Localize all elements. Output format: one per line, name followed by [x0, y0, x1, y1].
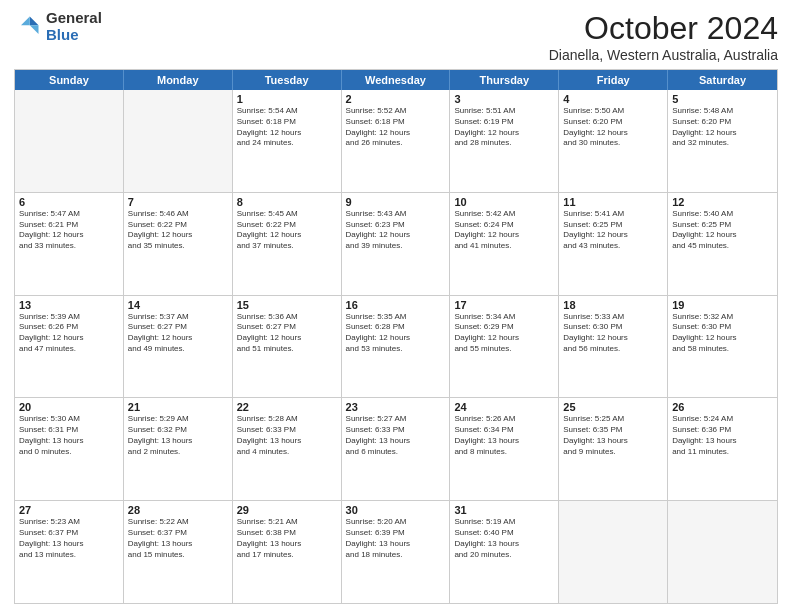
day-number: 2 — [346, 93, 446, 105]
svg-marker-1 — [30, 25, 39, 34]
day-number: 16 — [346, 299, 446, 311]
calendar-cell-3-5: 25Sunrise: 5:25 AM Sunset: 6:35 PM Dayli… — [559, 398, 668, 500]
day-number: 29 — [237, 504, 337, 516]
day-number: 19 — [672, 299, 773, 311]
day-number: 30 — [346, 504, 446, 516]
page: General Blue October 2024 Dianella, West… — [0, 0, 792, 612]
cell-info: Sunrise: 5:32 AM Sunset: 6:30 PM Dayligh… — [672, 312, 773, 355]
weekday-header-monday: Monday — [124, 70, 233, 90]
day-number: 15 — [237, 299, 337, 311]
calendar-row-1: 6Sunrise: 5:47 AM Sunset: 6:21 PM Daylig… — [15, 193, 777, 296]
day-number: 17 — [454, 299, 554, 311]
day-number: 28 — [128, 504, 228, 516]
cell-info: Sunrise: 5:39 AM Sunset: 6:26 PM Dayligh… — [19, 312, 119, 355]
svg-marker-0 — [30, 16, 39, 25]
calendar-cell-1-1: 7Sunrise: 5:46 AM Sunset: 6:22 PM Daylig… — [124, 193, 233, 295]
cell-info: Sunrise: 5:47 AM Sunset: 6:21 PM Dayligh… — [19, 209, 119, 252]
calendar-cell-4-0: 27Sunrise: 5:23 AM Sunset: 6:37 PM Dayli… — [15, 501, 124, 603]
cell-info: Sunrise: 5:19 AM Sunset: 6:40 PM Dayligh… — [454, 517, 554, 560]
day-number: 22 — [237, 401, 337, 413]
cell-info: Sunrise: 5:36 AM Sunset: 6:27 PM Dayligh… — [237, 312, 337, 355]
calendar-cell-2-1: 14Sunrise: 5:37 AM Sunset: 6:27 PM Dayli… — [124, 296, 233, 398]
month-title: October 2024 — [549, 10, 778, 47]
weekday-header-saturday: Saturday — [668, 70, 777, 90]
day-number: 14 — [128, 299, 228, 311]
cell-info: Sunrise: 5:41 AM Sunset: 6:25 PM Dayligh… — [563, 209, 663, 252]
calendar-cell-1-0: 6Sunrise: 5:47 AM Sunset: 6:21 PM Daylig… — [15, 193, 124, 295]
day-number: 9 — [346, 196, 446, 208]
title-block: October 2024 Dianella, Western Australia… — [549, 10, 778, 63]
calendar-cell-3-4: 24Sunrise: 5:26 AM Sunset: 6:34 PM Dayli… — [450, 398, 559, 500]
weekday-header-thursday: Thursday — [450, 70, 559, 90]
day-number: 26 — [672, 401, 773, 413]
day-number: 13 — [19, 299, 119, 311]
calendar-cell-4-1: 28Sunrise: 5:22 AM Sunset: 6:37 PM Dayli… — [124, 501, 233, 603]
calendar-header: SundayMondayTuesdayWednesdayThursdayFrid… — [15, 70, 777, 90]
calendar-cell-1-3: 9Sunrise: 5:43 AM Sunset: 6:23 PM Daylig… — [342, 193, 451, 295]
cell-info: Sunrise: 5:46 AM Sunset: 6:22 PM Dayligh… — [128, 209, 228, 252]
calendar-cell-2-4: 17Sunrise: 5:34 AM Sunset: 6:29 PM Dayli… — [450, 296, 559, 398]
day-number: 18 — [563, 299, 663, 311]
calendar-row-2: 13Sunrise: 5:39 AM Sunset: 6:26 PM Dayli… — [15, 296, 777, 399]
calendar-cell-2-5: 18Sunrise: 5:33 AM Sunset: 6:30 PM Dayli… — [559, 296, 668, 398]
calendar-cell-2-6: 19Sunrise: 5:32 AM Sunset: 6:30 PM Dayli… — [668, 296, 777, 398]
logo-text: General Blue — [46, 10, 102, 43]
calendar-body: 1Sunrise: 5:54 AM Sunset: 6:18 PM Daylig… — [15, 90, 777, 603]
cell-info: Sunrise: 5:35 AM Sunset: 6:28 PM Dayligh… — [346, 312, 446, 355]
calendar-cell-3-2: 22Sunrise: 5:28 AM Sunset: 6:33 PM Dayli… — [233, 398, 342, 500]
calendar-cell-3-1: 21Sunrise: 5:29 AM Sunset: 6:32 PM Dayli… — [124, 398, 233, 500]
calendar-cell-3-6: 26Sunrise: 5:24 AM Sunset: 6:36 PM Dayli… — [668, 398, 777, 500]
day-number: 11 — [563, 196, 663, 208]
calendar-cell-2-0: 13Sunrise: 5:39 AM Sunset: 6:26 PM Dayli… — [15, 296, 124, 398]
calendar-cell-2-3: 16Sunrise: 5:35 AM Sunset: 6:28 PM Dayli… — [342, 296, 451, 398]
day-number: 31 — [454, 504, 554, 516]
cell-info: Sunrise: 5:21 AM Sunset: 6:38 PM Dayligh… — [237, 517, 337, 560]
calendar-cell-1-2: 8Sunrise: 5:45 AM Sunset: 6:22 PM Daylig… — [233, 193, 342, 295]
calendar-cell-0-0 — [15, 90, 124, 192]
calendar-row-0: 1Sunrise: 5:54 AM Sunset: 6:18 PM Daylig… — [15, 90, 777, 193]
calendar-cell-1-6: 12Sunrise: 5:40 AM Sunset: 6:25 PM Dayli… — [668, 193, 777, 295]
cell-info: Sunrise: 5:22 AM Sunset: 6:37 PM Dayligh… — [128, 517, 228, 560]
day-number: 5 — [672, 93, 773, 105]
cell-info: Sunrise: 5:48 AM Sunset: 6:20 PM Dayligh… — [672, 106, 773, 149]
calendar-cell-0-1 — [124, 90, 233, 192]
day-number: 7 — [128, 196, 228, 208]
day-number: 24 — [454, 401, 554, 413]
calendar-cell-0-4: 3Sunrise: 5:51 AM Sunset: 6:19 PM Daylig… — [450, 90, 559, 192]
day-number: 10 — [454, 196, 554, 208]
day-number: 23 — [346, 401, 446, 413]
calendar-row-4: 27Sunrise: 5:23 AM Sunset: 6:37 PM Dayli… — [15, 501, 777, 603]
cell-info: Sunrise: 5:40 AM Sunset: 6:25 PM Dayligh… — [672, 209, 773, 252]
cell-info: Sunrise: 5:34 AM Sunset: 6:29 PM Dayligh… — [454, 312, 554, 355]
day-number: 1 — [237, 93, 337, 105]
calendar-cell-3-0: 20Sunrise: 5:30 AM Sunset: 6:31 PM Dayli… — [15, 398, 124, 500]
cell-info: Sunrise: 5:24 AM Sunset: 6:36 PM Dayligh… — [672, 414, 773, 457]
day-number: 8 — [237, 196, 337, 208]
calendar-cell-1-4: 10Sunrise: 5:42 AM Sunset: 6:24 PM Dayli… — [450, 193, 559, 295]
weekday-header-tuesday: Tuesday — [233, 70, 342, 90]
cell-info: Sunrise: 5:23 AM Sunset: 6:37 PM Dayligh… — [19, 517, 119, 560]
calendar-row-3: 20Sunrise: 5:30 AM Sunset: 6:31 PM Dayli… — [15, 398, 777, 501]
calendar: SundayMondayTuesdayWednesdayThursdayFrid… — [14, 69, 778, 604]
cell-info: Sunrise: 5:29 AM Sunset: 6:32 PM Dayligh… — [128, 414, 228, 457]
cell-info: Sunrise: 5:25 AM Sunset: 6:35 PM Dayligh… — [563, 414, 663, 457]
cell-info: Sunrise: 5:52 AM Sunset: 6:18 PM Dayligh… — [346, 106, 446, 149]
calendar-cell-2-2: 15Sunrise: 5:36 AM Sunset: 6:27 PM Dayli… — [233, 296, 342, 398]
cell-info: Sunrise: 5:37 AM Sunset: 6:27 PM Dayligh… — [128, 312, 228, 355]
logo-icon — [14, 13, 42, 41]
cell-info: Sunrise: 5:28 AM Sunset: 6:33 PM Dayligh… — [237, 414, 337, 457]
cell-info: Sunrise: 5:30 AM Sunset: 6:31 PM Dayligh… — [19, 414, 119, 457]
day-number: 6 — [19, 196, 119, 208]
cell-info: Sunrise: 5:54 AM Sunset: 6:18 PM Dayligh… — [237, 106, 337, 149]
weekday-header-wednesday: Wednesday — [342, 70, 451, 90]
calendar-cell-3-3: 23Sunrise: 5:27 AM Sunset: 6:33 PM Dayli… — [342, 398, 451, 500]
calendar-cell-4-5 — [559, 501, 668, 603]
location: Dianella, Western Australia, Australia — [549, 47, 778, 63]
logo-general-text: General — [46, 10, 102, 27]
day-number: 3 — [454, 93, 554, 105]
cell-info: Sunrise: 5:33 AM Sunset: 6:30 PM Dayligh… — [563, 312, 663, 355]
day-number: 21 — [128, 401, 228, 413]
cell-info: Sunrise: 5:51 AM Sunset: 6:19 PM Dayligh… — [454, 106, 554, 149]
calendar-cell-0-5: 4Sunrise: 5:50 AM Sunset: 6:20 PM Daylig… — [559, 90, 668, 192]
calendar-cell-4-3: 30Sunrise: 5:20 AM Sunset: 6:39 PM Dayli… — [342, 501, 451, 603]
